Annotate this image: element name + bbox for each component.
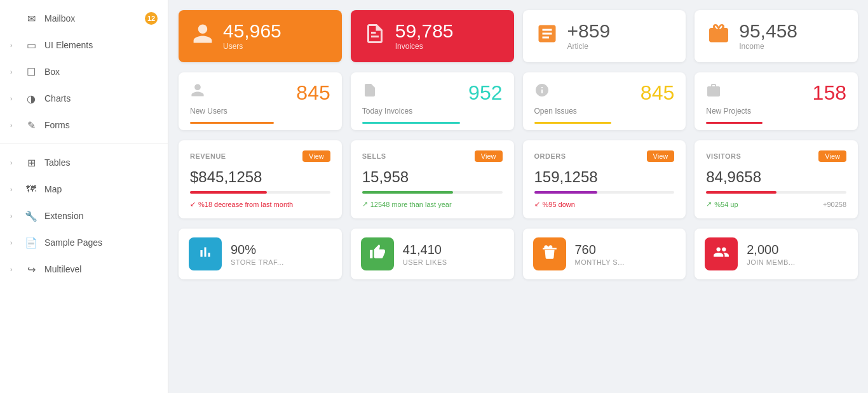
- visitors-view-btn[interactable]: View: [818, 150, 846, 162]
- orders-bar-track: [534, 191, 675, 194]
- sells-view-btn[interactable]: View: [475, 150, 503, 162]
- user-likes-info: 41,410 USER LIKES: [403, 243, 447, 266]
- revenue-card-orders: ORDERS View 159,1258 ↙ %95 down: [523, 140, 686, 218]
- sells-trend: ↗ 12548 more than last year: [362, 200, 503, 208]
- new-projects-top: 158: [706, 83, 846, 103]
- sells-header: SELLS View: [362, 150, 503, 162]
- monthly-s-info: 760 MONTHLY S...: [575, 243, 625, 266]
- revenue-bar-fill: [190, 191, 267, 194]
- store-traffic-label: STORE TRAF...: [231, 258, 284, 266]
- open-issues-bar: [534, 122, 611, 124]
- sidebar-item-box[interactable]: › ☐ Box: [0, 58, 168, 85]
- today-invoices-label: Today Invoices: [362, 107, 503, 116]
- sidebar-label: Extension: [44, 211, 158, 221]
- orders-bar-fill: [534, 191, 597, 194]
- sells-value: 15,958: [362, 168, 503, 186]
- trend-icon: ↗: [362, 200, 368, 208]
- new-users-bar: [190, 122, 274, 124]
- join-members-info: 2,000 JOIN MEMB...: [747, 243, 795, 266]
- top-card-article: +859 Article: [523, 10, 686, 62]
- today-invoices-bar: [362, 122, 461, 124]
- sidebar-item-tables[interactable]: › ⊞ Tables: [0, 149, 168, 176]
- article-info: +859 Article: [567, 22, 611, 51]
- revenue-card-visitors: VISITORS View 84,9658 ↗ %54 up +90258: [695, 140, 858, 218]
- sidebar-item-forms[interactable]: › ✎ Forms: [0, 112, 168, 138]
- article-label: Article: [567, 42, 611, 51]
- chevron-icon: ›: [10, 266, 18, 273]
- store-traffic-icon-wrap: [189, 237, 222, 270]
- sells-bar-fill: [362, 191, 453, 194]
- new-users-icon: [190, 83, 205, 102]
- income-icon: [707, 22, 730, 50]
- open-issues-icon: [534, 83, 550, 102]
- charts-icon: ◑: [24, 91, 38, 105]
- map-icon: 🗺: [24, 182, 38, 196]
- orders-title: ORDERS: [534, 152, 566, 160]
- invoices-number: 59,785: [395, 22, 454, 41]
- store-traffic-icon: [197, 244, 214, 264]
- sidebar-item-extension[interactable]: › 🔧 Extension: [0, 203, 168, 229]
- bottom-card-store-traffic: 90% STORE TRAF...: [179, 229, 342, 279]
- invoices-info: 59,785 Invoices: [395, 22, 454, 51]
- trend-icon: ↙: [534, 200, 540, 208]
- open-issues-top: 845: [534, 83, 675, 103]
- monthly-s-label: MONTHLY S...: [575, 258, 625, 266]
- trend-icon: ↙: [190, 200, 196, 208]
- today-invoices-icon: [362, 83, 377, 102]
- mailbox-icon: ✉: [24, 11, 38, 25]
- join-members-icon: [713, 244, 729, 264]
- sells-title: SELLS: [362, 152, 386, 160]
- orders-view-btn[interactable]: View: [647, 150, 675, 162]
- invoices-icon: [363, 22, 386, 50]
- sidebar-item-charts[interactable]: › ◑ Charts: [0, 85, 168, 112]
- new-projects-bar: [706, 122, 762, 124]
- income-info: 95,458 Income: [739, 22, 797, 51]
- bottom-card-user-likes: 41,410 USER LIKES: [351, 229, 514, 279]
- top-card-users: 45,965 Users: [179, 10, 342, 62]
- revenue-header: REVENUE View: [190, 150, 330, 162]
- monthly-s-icon: [541, 244, 558, 264]
- chevron-icon: ›: [10, 122, 18, 129]
- chevron-icon: ›: [10, 95, 18, 102]
- new-projects-icon: [706, 83, 721, 102]
- multilevel-icon: ↪: [24, 262, 38, 276]
- visitors-bar-fill: [706, 191, 776, 194]
- revenue-card-sells: SELLS View 15,958 ↗ 12548 more than last…: [351, 140, 514, 218]
- income-number: 95,458: [739, 22, 797, 41]
- chevron-icon: ›: [10, 69, 18, 76]
- chevron-icon: ›: [10, 213, 18, 220]
- sidebar-label: Map: [44, 184, 158, 194]
- mid-cards-row: 845 New Users 952 Today Invoices 845 Ope…: [179, 72, 858, 130]
- chevron-icon: ›: [10, 186, 18, 193]
- revenue-value: $845,1258: [190, 168, 330, 186]
- top-card-income: 95,458 Income: [695, 10, 858, 62]
- revenue-view-btn[interactable]: View: [302, 150, 330, 162]
- sidebar-item-sample-pages[interactable]: › 📄 Sample Pages: [0, 229, 168, 256]
- visitors-title: VISITORS: [706, 152, 741, 160]
- new-users-label: New Users: [190, 107, 330, 116]
- sidebar-item-multilevel[interactable]: › ↪ Multilevel: [0, 256, 168, 283]
- store-traffic-number: 90%: [231, 243, 284, 257]
- sidebar-item-ui-elements[interactable]: › ▭ UI Elements: [0, 32, 168, 58]
- revenue-bar-track: [190, 191, 330, 194]
- sidebar-label: Sample Pages: [44, 237, 158, 248]
- mid-card-open-issues: 845 Open Issues: [523, 72, 686, 130]
- sidebar-divider: [0, 143, 168, 144]
- sidebar-item-mailbox[interactable]: ✉ Mailbox 12: [0, 5, 168, 32]
- users-label: Users: [223, 42, 281, 51]
- orders-value: 159,1258: [534, 168, 675, 186]
- sidebar: ✉ Mailbox 12 › ▭ UI Elements › ☐ Box › ◑…: [0, 0, 168, 393]
- sidebar-label: Charts: [44, 93, 158, 103]
- chevron-icon: ›: [10, 159, 18, 166]
- revenue-title: REVENUE: [190, 152, 226, 160]
- user-likes-label: USER LIKES: [403, 258, 447, 266]
- sidebar-label: Multilevel: [44, 264, 158, 274]
- today-invoices-top: 952: [362, 83, 503, 103]
- sidebar-label: Box: [44, 67, 158, 77]
- join-members-number: 2,000: [747, 243, 795, 257]
- new-projects-number: 158: [813, 83, 846, 103]
- user-likes-icon: [369, 244, 386, 264]
- chevron-icon: ›: [10, 42, 18, 49]
- sidebar-label: UI Elements: [44, 40, 158, 50]
- sidebar-item-map[interactable]: › 🗺 Map: [0, 176, 168, 203]
